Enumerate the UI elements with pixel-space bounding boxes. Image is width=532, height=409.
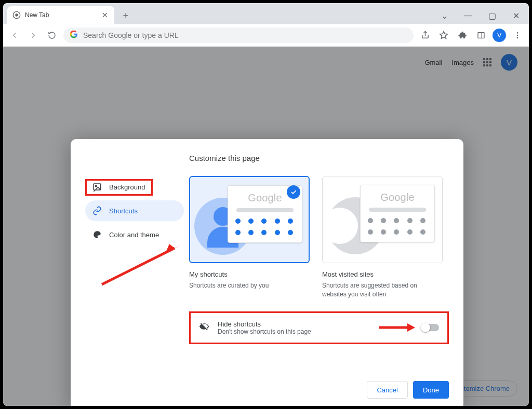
sidebar-item-label: Background xyxy=(109,183,145,191)
omnibox-input[interactable] xyxy=(83,31,407,39)
omnibox[interactable] xyxy=(63,28,414,43)
option-my-shortcuts-desc: Shortcuts are curated by you xyxy=(189,281,310,290)
sidepanel-icon[interactable] xyxy=(474,28,488,43)
dialog-title: Customize this page xyxy=(189,154,449,162)
tab-title: New Tab xyxy=(25,11,101,19)
ntp-favicon-icon xyxy=(12,11,21,19)
window-dropdown-icon[interactable]: ⌄ xyxy=(432,7,456,24)
window-maximize-button[interactable]: ▢ xyxy=(480,7,504,24)
sidebar-item-shortcuts[interactable]: Shortcuts xyxy=(85,200,184,221)
selected-check-icon xyxy=(287,185,300,199)
svg-point-7 xyxy=(95,185,97,187)
dialog-main: Customize this page Google xyxy=(189,154,449,367)
kebab-menu-icon[interactable] xyxy=(510,28,525,43)
tab-strip: New Tab ✕ ＋ ⌄ — ▢ ✕ xyxy=(3,3,529,24)
google-logo-text: Google xyxy=(366,192,429,203)
window-minimize-button[interactable]: — xyxy=(456,7,480,24)
option-my-shortcuts-preview[interactable]: Google xyxy=(189,176,310,263)
sidebar-item-label: Shortcuts xyxy=(109,207,138,215)
window-controls: ⌄ — ▢ ✕ xyxy=(432,7,528,24)
svg-point-3 xyxy=(517,32,518,34)
done-button[interactable]: Done xyxy=(413,381,449,399)
google-g-icon xyxy=(70,30,78,40)
visibility-off-icon xyxy=(199,321,209,334)
option-most-visited-preview[interactable]: Google xyxy=(322,176,443,263)
window-close-button[interactable]: ✕ xyxy=(504,7,528,24)
chrome-window: New Tab ✕ ＋ ⌄ — ▢ ✕ V Gmail Images xyxy=(3,3,529,406)
cancel-button[interactable]: Cancel xyxy=(367,381,407,399)
link-icon xyxy=(92,206,102,215)
forward-button[interactable] xyxy=(26,28,41,43)
tab-close-icon[interactable]: ✕ xyxy=(101,11,109,19)
toolbar: V xyxy=(3,24,529,47)
svg-point-1 xyxy=(15,13,18,16)
new-tab-page: Gmail Images V Customize Chrome Backgrou… xyxy=(3,47,529,406)
dialog-actions: Cancel Done xyxy=(85,367,449,399)
annotation-arrow-icon xyxy=(379,322,415,333)
hide-shortcuts-desc: Don't show shortcuts on this page xyxy=(218,328,311,335)
back-button[interactable] xyxy=(7,28,22,43)
hide-shortcuts-title: Hide shortcuts xyxy=(218,320,311,328)
profile-avatar[interactable]: V xyxy=(493,29,506,42)
share-icon[interactable] xyxy=(418,28,432,43)
hide-shortcuts-row: Hide shortcuts Don't show shortcuts on t… xyxy=(189,311,449,344)
option-most-visited-desc: Shortcuts are suggested based on website… xyxy=(322,281,443,299)
svg-point-5 xyxy=(517,37,518,38)
image-icon xyxy=(92,182,102,192)
sidebar-item-color[interactable]: Color and theme xyxy=(85,224,184,245)
sidebar-item-label: Color and theme xyxy=(109,231,159,239)
palette-icon xyxy=(92,230,102,239)
new-tab-button[interactable]: ＋ xyxy=(118,8,133,22)
browser-tab[interactable]: New Tab ✕ xyxy=(7,6,114,24)
reload-button[interactable] xyxy=(45,28,59,43)
option-most-visited: Google Most visited sites Shortcuts are … xyxy=(322,176,443,299)
dialog-sidebar: Background Shortcuts Color and theme xyxy=(85,154,184,367)
sidebar-item-background[interactable]: Background xyxy=(85,176,184,197)
option-most-visited-title: Most visited sites xyxy=(322,270,443,278)
extensions-icon[interactable] xyxy=(455,28,470,43)
option-my-shortcuts: Google My shortcuts Shortcuts are curate… xyxy=(189,176,310,299)
bookmark-icon[interactable] xyxy=(436,28,451,43)
option-my-shortcuts-title: My shortcuts xyxy=(189,270,310,278)
hide-shortcuts-toggle[interactable] xyxy=(421,324,439,331)
svg-marker-9 xyxy=(407,323,415,332)
svg-rect-2 xyxy=(478,32,484,38)
customize-dialog: Background Shortcuts Color and theme xyxy=(71,139,463,406)
svg-point-4 xyxy=(517,34,518,36)
